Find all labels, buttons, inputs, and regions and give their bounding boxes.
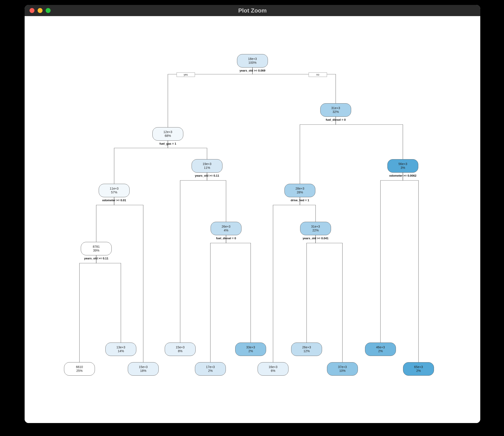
node-pct: 11% (204, 166, 210, 170)
branch-label-no: no (309, 73, 327, 77)
tree-leaf: 37e+3 10% (327, 362, 358, 376)
tree-node: 28e+3 28% (284, 184, 315, 197)
split-label: odometer >= 0.01 (102, 199, 126, 202)
node-value: 15e+3 (176, 345, 184, 349)
tree-leaf: 16e+3 6% (258, 362, 289, 376)
node-value: 19e+3 (203, 162, 211, 166)
node-value: 15e+3 (139, 365, 148, 369)
plot-canvas: yes no 18e+3 100% years_old >= 0.069 12e… (25, 16, 480, 423)
node-value: 31e+3 (311, 225, 320, 229)
minimize-icon[interactable] (37, 8, 43, 13)
node-value: 26e+3 (222, 225, 230, 229)
split-label: fuel_gas = 1 (159, 142, 176, 145)
tree-node: 12e+3 68% (152, 127, 183, 141)
node-value: 56e+3 (398, 162, 407, 166)
node-value: 46e+3 (376, 345, 385, 349)
tree-edges (25, 16, 480, 423)
node-pct: 22% (312, 228, 319, 233)
node-value: 31e+3 (331, 106, 340, 110)
node-value: 11e+3 (110, 187, 118, 191)
node-value: 33e+3 (246, 345, 255, 349)
node-value: 18e+3 (248, 57, 257, 61)
split-label: odometer >= 0.0062 (389, 174, 416, 177)
node-value: 16e+3 (269, 365, 277, 369)
node-pct: 32% (333, 110, 339, 114)
node-value: 17e+3 (206, 365, 215, 369)
node-pct: 68% (165, 134, 171, 138)
node-pct: 12% (303, 349, 310, 353)
node-pct: 2% (378, 349, 383, 353)
tree-leaf: 46e+3 2% (365, 343, 396, 356)
tree-node: 56e+3 3% (387, 159, 418, 173)
split-label: years_old >= 0.069 (240, 69, 265, 72)
node-pct: 100% (248, 61, 256, 65)
tree-leaf: 15e+3 18% (128, 362, 159, 376)
split-label: years_old >= 0.11 (84, 257, 108, 260)
split-label: fuel_diesel = 0 (216, 236, 236, 240)
tree-leaf: 13e+3 14% (105, 343, 136, 356)
node-value: 12e+3 (163, 130, 172, 134)
node-pct: 2% (248, 349, 253, 353)
node-pct: 2% (208, 369, 213, 373)
split-label: years_old >= 0.041 (303, 236, 328, 240)
node-value: 13e+3 (116, 345, 125, 349)
tree-node: 11e+3 57% (99, 184, 130, 197)
tree-leaf: 15e+3 8% (165, 343, 196, 356)
node-value: 65e+3 (414, 365, 423, 369)
node-value: 8781 (93, 245, 100, 249)
tree-leaf: 17e+3 2% (195, 362, 226, 376)
node-pct: 14% (118, 349, 124, 353)
node-pct: 6% (271, 369, 275, 373)
node-pct: 57% (111, 191, 117, 195)
node-value: 6610 (76, 365, 83, 369)
node-value: 26e+3 (302, 345, 311, 349)
node-value: 37e+3 (338, 365, 347, 369)
split-label: years_old >= 0.11 (195, 174, 219, 177)
node-pct: 18% (140, 369, 146, 373)
tree-leaf: 26e+3 12% (291, 343, 322, 356)
tree-node: 31e+3 32% (320, 103, 351, 117)
branch-label-yes: yes (177, 73, 195, 77)
node-value: 28e+3 (295, 187, 304, 191)
tree-node: 8781 39% (81, 242, 112, 255)
split-label: drive_fwd = 1 (291, 199, 309, 202)
node-pct: 39% (93, 249, 99, 253)
tree-node: 19e+3 11% (192, 159, 223, 173)
node-pct: 3% (401, 166, 405, 170)
node-pct: 28% (297, 191, 303, 195)
node-pct: 10% (339, 369, 345, 373)
tree-node-root: 18e+3 100% (237, 54, 268, 68)
close-icon[interactable] (29, 8, 35, 13)
window-title: Plot Zoom (25, 7, 480, 14)
node-pct: 8% (178, 349, 182, 353)
tree-leaf: 65e+3 2% (403, 362, 434, 376)
plot-zoom-window: Plot Zoom (25, 5, 480, 423)
tree-node: 31e+3 22% (300, 222, 331, 235)
tree-leaf: 33e+3 2% (235, 343, 266, 356)
tree-leaf: 6610 25% (64, 362, 95, 376)
node-pct: 2% (416, 369, 421, 373)
traffic-lights (29, 8, 51, 13)
tree-node: 26e+3 4% (211, 222, 242, 235)
node-pct: 25% (76, 369, 83, 373)
titlebar: Plot Zoom (25, 5, 480, 16)
zoom-icon[interactable] (46, 8, 51, 13)
node-pct: 4% (224, 228, 228, 233)
split-label: fuel_diesel = 0 (326, 118, 345, 121)
